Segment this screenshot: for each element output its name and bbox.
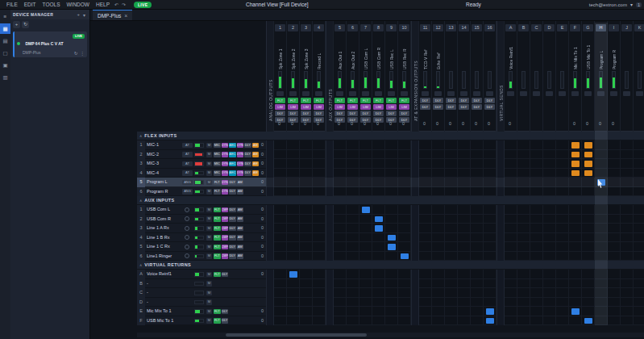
output-mute-button[interactable] xyxy=(559,91,566,96)
processing-block-dly[interactable]: DLY xyxy=(484,98,495,103)
input-section-header[interactable]: ∧FLEX INPUTS xyxy=(137,132,644,140)
crosspoint-orange[interactable] xyxy=(584,142,592,149)
processing-block-dly[interactable]: DLY xyxy=(229,180,236,186)
output-column-number[interactable]: K xyxy=(634,24,644,31)
input-gain-value[interactable]: 0 xyxy=(261,233,264,243)
output-mute-button[interactable] xyxy=(486,91,493,96)
output-column-name[interactable]: TCD-V Ref xyxy=(423,32,428,69)
input-gain-value[interactable]: 0 xyxy=(261,215,264,224)
presets-icon[interactable]: ▢ xyxy=(0,48,10,58)
input-mute-button[interactable]: M xyxy=(206,235,212,241)
output-mute-button[interactable] xyxy=(401,91,408,96)
input-gain-value[interactable]: 0 xyxy=(261,150,264,160)
processing-block-dly[interactable]: DLY xyxy=(244,170,251,176)
output-gain-value[interactable]: 0 xyxy=(484,121,494,126)
output-column-name[interactable]: USB Rec R xyxy=(402,32,407,69)
processing-block-dly[interactable]: DLY xyxy=(459,104,469,110)
output-column-number[interactable]: G xyxy=(583,24,593,31)
output-gain-value[interactable]: 0 xyxy=(300,121,310,126)
output-gain-value[interactable]: 0 xyxy=(608,121,618,126)
output-mute-button[interactable] xyxy=(571,91,579,96)
output-column-number[interactable]: 11 xyxy=(420,24,430,31)
processing-block-flt[interactable]: FLT xyxy=(214,189,221,195)
input-section-header[interactable]: ∧AUX INPUTS xyxy=(137,196,644,205)
output-column-name[interactable]: Voice Reinf1 xyxy=(509,32,513,69)
input-row-name[interactable]: MIC-2 xyxy=(147,150,181,160)
output-mute-button[interactable] xyxy=(422,91,429,96)
input-row-header[interactable]: EMic Mix To 1MFLTDLY0 xyxy=(137,307,266,316)
collapse-panel-icon[interactable]: ▾ xyxy=(81,12,87,18)
input-mute-button[interactable]: M xyxy=(206,152,212,157)
output-mute-button[interactable] xyxy=(375,91,382,96)
processing-block-dly[interactable]: DLY xyxy=(244,143,251,149)
tab-dmp-plus[interactable]: DMP-Plus × xyxy=(93,10,132,20)
horizontal-scrollbar[interactable] xyxy=(137,333,644,337)
output-mute-button[interactable] xyxy=(289,91,297,96)
processing-block-lim[interactable]: LIM xyxy=(334,104,345,110)
processing-block-mic[interactable]: MIC xyxy=(214,152,221,157)
processing-block-dyn[interactable]: DYN xyxy=(237,170,244,176)
input-row-name[interactable]: USB Com L xyxy=(147,205,181,215)
processing-block-dly[interactable]: DLY xyxy=(275,111,285,116)
processing-block-flt[interactable]: FLT xyxy=(214,226,221,232)
output-column-number[interactable]: 1 xyxy=(275,24,285,31)
input-mute-button[interactable]: M xyxy=(206,272,212,278)
input-row-name[interactable]: - xyxy=(147,298,181,308)
output-gain-value[interactable]: 0 xyxy=(432,121,442,126)
output-gain-value[interactable]: 0 xyxy=(287,121,297,126)
undo-icon[interactable]: ↶ xyxy=(113,2,120,7)
processing-block-dly[interactable]: DLY xyxy=(347,111,358,116)
processing-block-am[interactable]: AM xyxy=(237,207,244,213)
output-column-name[interactable]: USB Com L xyxy=(364,32,368,69)
processing-block-dly[interactable]: DLY xyxy=(472,98,482,103)
processing-block-lim[interactable]: LIM xyxy=(275,104,285,110)
input-row-header[interactable]: D-M xyxy=(137,298,266,308)
processing-block-flt[interactable]: FLT xyxy=(214,216,221,222)
processing-block-dly[interactable]: DLY xyxy=(314,111,324,116)
processing-block-dly[interactable]: DLY xyxy=(373,111,384,116)
processing-block-am[interactable]: AM xyxy=(237,253,244,259)
gain-knob[interactable] xyxy=(185,226,189,231)
refresh-devices-button[interactable]: ↻ xyxy=(22,21,29,28)
output-gain-value[interactable]: 0 xyxy=(274,121,285,126)
live-mode-badge[interactable]: LIVE xyxy=(134,2,152,8)
output-mute-button[interactable] xyxy=(302,91,310,96)
input-row-header[interactable]: 6Line1 RingerMFLTCMPDLYAM0 xyxy=(137,252,266,262)
output-column-number[interactable]: 4 xyxy=(314,24,324,31)
output-gain-value[interactable]: 0 xyxy=(313,121,323,126)
crosspoint-orange[interactable] xyxy=(571,152,580,158)
processing-block-mic[interactable]: MIC xyxy=(214,143,221,149)
processing-block-flt[interactable]: FLT xyxy=(275,98,285,103)
processing-block-dly[interactable]: DLY xyxy=(420,98,430,103)
processing-block-dly[interactable]: DLY xyxy=(288,111,298,116)
processing-block-flt[interactable]: FLT xyxy=(288,98,298,103)
processing-block-dly[interactable]: DLY xyxy=(229,207,236,213)
processing-block-dly[interactable]: DLY xyxy=(244,152,251,157)
device-card[interactable]: DMP 64 Plus C V AT DMP-Plus LIVE ↻ ⋮ xyxy=(13,31,87,57)
input-mute-button[interactable]: M xyxy=(206,180,212,186)
redo-icon[interactable]: ↷ xyxy=(120,2,127,7)
output-column-number[interactable]: H xyxy=(596,24,606,31)
add-device-button[interactable]: + xyxy=(13,21,20,28)
menu-icon[interactable]: ≡ xyxy=(0,11,10,22)
processing-block-flt[interactable]: FLT xyxy=(214,318,221,324)
output-column-number[interactable]: 2 xyxy=(288,24,298,31)
kebab-menu-icon[interactable]: ⋮ xyxy=(81,51,85,56)
processing-block-dly[interactable]: DLY xyxy=(229,253,236,259)
processing-block-flt[interactable]: FLT xyxy=(214,235,221,241)
output-column-name[interactable]: Mic Mix To 1 xyxy=(573,32,578,69)
processing-block-flt[interactable]: FLT xyxy=(214,207,221,213)
output-column-name[interactable]: USB Rec L xyxy=(389,32,394,69)
processing-block-dly[interactable]: DLY xyxy=(433,98,443,103)
input-row-header[interactable]: FUSB Mic To 1MFLTDLY0 xyxy=(137,316,266,326)
crosspoint-blue[interactable] xyxy=(486,318,494,324)
input-row-name[interactable]: Program L xyxy=(147,178,181,187)
crosspoint-orange[interactable] xyxy=(571,161,580,167)
input-row-header[interactable]: C-M xyxy=(137,288,266,298)
input-row-name[interactable]: Line 1 C Rx xyxy=(147,242,181,252)
output-column-name[interactable]: Spk Zone 1 xyxy=(278,32,283,69)
processing-block-dly[interactable]: DLY xyxy=(301,111,311,116)
processing-block-flt[interactable]: FLT xyxy=(399,98,409,103)
processing-block-mic[interactable]: MIC xyxy=(214,161,221,167)
processing-block-am[interactable]: AM xyxy=(252,170,260,176)
